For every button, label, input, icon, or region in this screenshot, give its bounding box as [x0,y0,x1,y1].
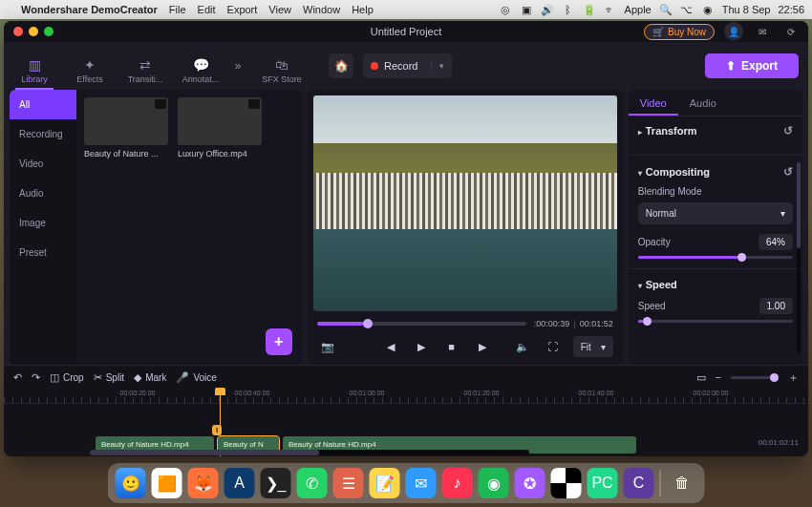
menu-edit[interactable]: Edit [192,4,222,15]
mark-tool[interactable]: ◆Mark [134,371,166,384]
mark-label: Mark [145,372,166,383]
zoom-in-button[interactable]: ＋ [788,370,799,385]
zoom-out-button[interactable]: − [716,371,721,383]
timeline-hscrollbar[interactable] [90,450,529,455]
menubar-date[interactable]: Thu 8 Sep [722,4,771,15]
prop-tab-video[interactable]: Video [629,90,678,116]
app-name[interactable]: Wondershare DemoCreator [15,4,163,15]
tab-annotations[interactable]: 💬Annotat... [174,52,227,90]
opacity-slider[interactable] [638,256,793,259]
dock-mail[interactable]: ✉ [406,468,437,498]
dock-notes[interactable]: 📝 [370,468,400,498]
bluetooth-icon[interactable]: ᛒ [562,4,575,15]
menu-view[interactable]: View [263,4,297,15]
timeline-ruler[interactable]: 00:00:20:00 00:00:40:00 00:01:00:00 00:0… [4,389,808,404]
dock-democreator[interactable]: C [624,468,654,498]
lib-cat-all[interactable]: All [10,90,76,119]
volume-button[interactable]: 🔈 [512,336,533,357]
spotlight-icon[interactable]: 🔍 [659,4,673,16]
crop-tool[interactable]: ◫Crop [50,371,84,384]
media-thumb[interactable]: Luxury Office.mp4 [178,97,262,158]
dock-finder[interactable]: 🙂 [116,468,146,498]
reset-compositing-button[interactable]: ↺ [783,165,793,179]
timeline-tracks[interactable]: I Beauty of Nature HD.mp4 Beauty of N Be… [4,404,808,456]
lib-cat-preset[interactable]: Preset [10,238,76,267]
prev-frame-button[interactable]: ◀ [380,336,401,357]
play-button[interactable]: ▶ [411,336,432,357]
next-frame-button[interactable]: ▶ [472,336,493,357]
volume-icon[interactable]: 🔊 [541,4,554,16]
menubar-brand[interactable]: Apple [625,4,652,15]
lib-cat-video[interactable]: Video [10,149,76,179]
dock-todoist[interactable]: ☰ [333,468,364,498]
refresh-icon[interactable]: ⟳ [781,22,801,41]
control-center-icon[interactable]: ⌥ [680,4,694,16]
section-transform-label[interactable]: Transform [646,125,697,137]
export-icon: ⬆ [726,59,736,73]
zoom-slider[interactable] [731,376,779,379]
tabs-more-button[interactable]: » [229,53,246,78]
blending-mode-label: Blending Mode [638,186,702,197]
section-speed-label[interactable]: Speed [646,279,677,290]
tab-transitions-label: Transiti... [128,74,163,84]
siri-icon[interactable]: ◉ [701,4,715,16]
properties-scrollbar-thumb[interactable] [797,162,801,248]
preview-canvas[interactable] [313,95,617,311]
fullscreen-button[interactable]: ⛶ [543,336,564,357]
split-icon: ✂ [94,371,102,384]
undo-button[interactable]: ↶ [13,371,22,384]
media-thumb[interactable]: Beauty of Nature ... [84,97,168,158]
dock-chess[interactable] [551,468,582,498]
home-button[interactable]: 🏠 [329,53,353,78]
speed-value[interactable]: 1.00 [759,298,793,314]
tl-view-button[interactable]: ▭ [696,371,706,384]
speed-slider[interactable] [638,320,793,323]
stop-button[interactable]: ■ [441,336,462,357]
buy-now-button[interactable]: 🛒Buy Now [644,24,715,40]
dock-music[interactable]: ♪ [442,468,473,498]
menu-export[interactable]: Export [222,4,264,15]
prop-tab-audio[interactable]: Audio [678,90,728,116]
menubar-time[interactable]: 22:56 [778,4,804,15]
wifi-icon[interactable]: ᯤ [604,4,617,15]
tab-effects[interactable]: ✦Effects [63,52,117,90]
dock-podcasts[interactable]: ✪ [515,468,545,498]
inbox-icon[interactable]: ✉ [753,22,772,41]
battery-icon[interactable]: 🔋 [583,4,596,16]
dock-launchpad[interactable]: 🟧 [152,468,182,498]
seek-slider[interactable] [317,322,526,326]
section-compositing-label[interactable]: Compositing [646,166,710,178]
tab-transitions[interactable]: ⇄Transiti... [118,52,172,90]
status-icon-2[interactable]: ▣ [520,4,533,16]
lib-cat-recording[interactable]: Recording [10,119,76,149]
menu-file[interactable]: File [163,4,192,15]
blending-mode-dropdown[interactable]: Normal▾ [638,202,793,224]
tab-library[interactable]: ▥Library [8,52,61,90]
voice-tool[interactable]: 🎤Voice [176,371,216,384]
fit-dropdown[interactable]: Fit▾ [573,336,613,357]
lib-cat-audio[interactable]: Audio [10,179,76,208]
redo-button[interactable]: ↷ [32,371,40,384]
record-dropdown-icon[interactable]: ▾ [431,61,444,71]
reset-transform-button[interactable]: ↺ [783,124,793,137]
dock-terminal[interactable]: ❯_ [261,468,291,498]
export-button[interactable]: ⬆Export [705,53,799,78]
opacity-value[interactable]: 64% [759,234,793,250]
cursor-marker[interactable]: I [212,425,222,435]
dock-whatsapp[interactable]: ✆ [297,468,328,498]
snapshot-button[interactable]: 📷 [317,336,338,357]
menu-help[interactable]: Help [346,4,379,15]
dock-app1[interactable]: A [224,468,255,498]
account-icon[interactable]: 👤 [724,22,743,41]
menu-window[interactable]: Window [297,4,346,15]
tab-sfx-store[interactable]: 🛍SFX Store [248,52,315,90]
dock-spotify[interactable]: ◉ [479,468,509,498]
split-tool[interactable]: ✂Split [94,371,124,384]
status-icon-1[interactable]: ◎ [499,4,512,16]
dock-trash[interactable]: 🗑 [667,468,697,498]
lib-cat-image[interactable]: Image [10,208,76,238]
record-button[interactable]: Record ▾ [363,53,452,78]
add-media-button[interactable]: + [266,328,292,355]
dock-pycharm[interactable]: PC [588,468,618,498]
dock-firefox[interactable]: 🦊 [188,468,219,498]
